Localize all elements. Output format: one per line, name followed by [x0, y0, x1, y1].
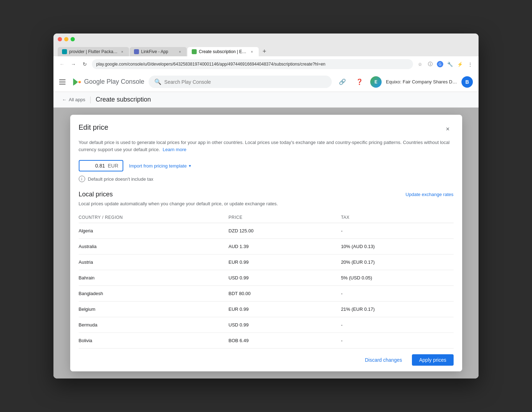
price-cell: BOB 6.49 [228, 333, 341, 349]
apply-prices-button[interactable]: Apply prices [412, 354, 453, 366]
country-cell: Austria [79, 254, 229, 270]
table-body: Algeria DZD 125.00 - Australia AUD 1.39 … [79, 223, 454, 349]
back-label: All apps [69, 97, 85, 102]
gpc-header: Google Play Google Play ConsoleConsole 🔍… [53, 72, 479, 92]
price-cell: DZD 125.00 [228, 223, 341, 239]
edit-price-dialog: Edit price × Your default price is used … [70, 115, 462, 371]
tax-cell: 20% (EUR 0.17) [341, 254, 454, 270]
tax-cell: 10% (AUD 0.13) [341, 239, 454, 254]
app-logo[interactable]: E [370, 76, 382, 88]
country-cell: Australia [79, 239, 229, 254]
price-cell: AUD 1.39 [228, 239, 341, 254]
minimize-traffic-light[interactable] [64, 37, 68, 41]
table-row: Australia AUD 1.39 10% (AUD 0.13) [79, 239, 454, 254]
local-prices-description: Local prices update automatically when y… [79, 201, 454, 206]
column-header-country: Country / region [79, 212, 229, 223]
table-row: Austria EUR 0.99 20% (EUR 0.17) [79, 254, 454, 270]
google-account-icon[interactable]: G [436, 60, 444, 68]
country-cell: Belgium [79, 302, 229, 317]
browser-addressbar: ← → ↻ ☆ ⓘ G 🔧 ⚡ ⋮ [53, 56, 479, 72]
browser-tab-1[interactable]: provider | Flutter Package × [58, 47, 129, 56]
dialog-overlay: Edit price × Your default price is used … [53, 108, 479, 378]
gpc-logo-text: Google Play Google Play ConsoleConsole [84, 78, 144, 86]
chrome-menu-icon[interactable]: ⋮ [466, 60, 474, 68]
table-row: Bangladesh BDT 80.00 - [79, 286, 454, 302]
tab-label-1: provider | Flutter Package [69, 49, 118, 54]
dialog-description: Your default price is used to generate l… [79, 139, 454, 153]
currency-label: EUR [108, 163, 119, 169]
browser-tab-2[interactable]: LinkFive - App × [130, 47, 187, 56]
close-dialog-button[interactable]: × [442, 123, 454, 135]
gpc-logo[interactable]: Google Play Google Play ConsoleConsole [72, 77, 144, 87]
dialog-body: Your default price is used to generate l… [70, 139, 462, 349]
column-header-tax: Tax [341, 212, 454, 223]
user-avatar[interactable]: B [461, 76, 473, 88]
browser-window: provider | Flutter Package × LinkFive - … [53, 34, 479, 378]
table-row: Bolivia BOB 6.49 - [79, 333, 454, 349]
local-prices-header: Local prices Update exchange rates [79, 191, 454, 198]
tax-cell: - [341, 286, 454, 302]
tax-cell: - [341, 223, 454, 239]
google-text: Google Play [84, 78, 121, 85]
gpc-container: Google Play Google Play ConsoleConsole 🔍… [53, 72, 479, 378]
hamburger-menu[interactable] [59, 78, 68, 86]
table-row: Bermuda USD 0.99 - [79, 317, 454, 333]
search-input[interactable] [164, 79, 326, 85]
price-input-row: EUR Import from pricing template ▼ [79, 160, 454, 171]
extension-icon-2[interactable]: ⚡ [456, 60, 464, 68]
gpc-search-bar[interactable]: 🔍 [149, 76, 332, 88]
discard-changes-button[interactable]: Discard changes [359, 354, 408, 366]
prices-table-scroll[interactable]: Country / region Price Tax Algeria DZD 1… [79, 212, 454, 349]
table-row: Algeria DZD 125.00 - [79, 223, 454, 239]
address-bar-input[interactable] [92, 59, 413, 69]
import-from-template-button[interactable]: Import from pricing template ▼ [129, 163, 192, 169]
browser-controls [58, 37, 474, 41]
link-icon-btn[interactable]: 🔗 [336, 76, 349, 88]
dropdown-arrow-icon: ▼ [188, 164, 192, 168]
close-traffic-light[interactable] [58, 37, 62, 41]
play-store-icon [72, 77, 82, 87]
new-tab-button[interactable]: + [259, 46, 269, 56]
app-subheader: ← All apps | Create subscription [53, 92, 479, 108]
company-name: Equixo: Fair Company Shares Distribution… [386, 79, 457, 84]
country-cell: Bangladesh [79, 286, 229, 302]
tabs-bar: provider | Flutter Package × LinkFive - … [58, 46, 474, 56]
star-icon[interactable]: ☆ [416, 60, 424, 68]
browser-tab-3[interactable]: Create subscription | Equixo: F... × [187, 47, 259, 56]
learn-more-link[interactable]: Learn more [162, 147, 186, 152]
price-cell: USD 0.99 [228, 270, 341, 286]
column-header-price: Price [228, 212, 341, 223]
back-arrow-icon: ← [62, 97, 67, 102]
table-row: Bahrain USD 0.99 5% (USD 0.05) [79, 270, 454, 286]
info-extension-icon[interactable]: ⓘ [426, 60, 434, 68]
price-cell: BDT 80.00 [228, 286, 341, 302]
gpc-header-right: 🔗 ❓ E Equixo: Fair Company Shares Distri… [336, 76, 473, 88]
country-cell: Bolivia [79, 333, 229, 349]
tab-close-3[interactable]: × [249, 49, 254, 54]
tab-close-2[interactable]: × [177, 49, 182, 54]
update-exchange-rates-button[interactable]: Update exchange rates [406, 192, 453, 197]
help-icon-btn[interactable]: ❓ [353, 76, 366, 88]
back-to-all-apps-button[interactable]: ← All apps [62, 97, 85, 102]
tab-close-1[interactable]: × [120, 49, 125, 54]
dialog-title: Edit price [79, 123, 108, 132]
extension-icon-1[interactable]: 🔧 [446, 60, 454, 68]
tax-notice: i Default price doesn't include tax [79, 176, 454, 182]
price-input-box[interactable]: EUR [79, 160, 124, 171]
price-cell: EUR 0.99 [228, 254, 341, 270]
maximize-traffic-light[interactable] [71, 37, 75, 41]
forward-nav-button[interactable]: → [69, 60, 78, 68]
country-cell: Bahrain [79, 270, 229, 286]
page-title: Create subscription [95, 96, 151, 103]
tax-cell: 21% (EUR 0.17) [341, 302, 454, 317]
tax-cell: - [341, 333, 454, 349]
tax-notice-text: Default price doesn't include tax [88, 176, 154, 182]
price-input[interactable] [84, 163, 105, 169]
refresh-nav-button[interactable]: ↻ [81, 60, 89, 68]
local-prices-title: Local prices [79, 191, 113, 198]
tab-favicon-2 [134, 49, 139, 54]
tab-favicon-3 [192, 49, 197, 54]
tax-cell: - [341, 317, 454, 333]
price-cell: EUR 0.99 [228, 302, 341, 317]
back-nav-button[interactable]: ← [58, 60, 66, 68]
